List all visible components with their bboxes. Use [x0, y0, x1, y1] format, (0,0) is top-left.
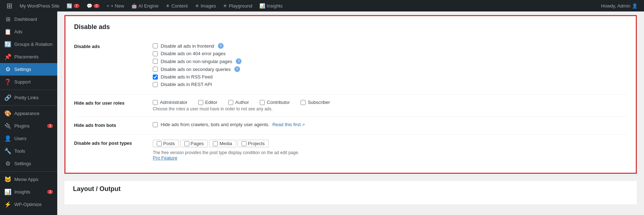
plugins-icon: 🔌 [4, 123, 11, 129]
divi-icon: ◆ [4, 214, 11, 215]
ai-engine-icon: 🤖 [131, 3, 137, 9]
sidebar-item-insights[interactable]: 📊 Insights 3 [0, 186, 57, 198]
site-name-item[interactable]: My WordPress Site [16, 0, 63, 11]
insights-topbar-label: Insights [267, 3, 283, 9]
howdy-text: Howdy, Admin [601, 3, 630, 9]
checkbox-disable-rss[interactable] [153, 75, 158, 80]
read-first-link[interactable]: Read this first↗ [272, 122, 304, 127]
checkbox-row-1: Disable all ads in frontend ? [153, 43, 627, 49]
post-types-row: Posts Pages Media [153, 140, 627, 147]
menu-separator-1 [0, 90, 57, 90]
wp-logo[interactable]: ⊞ [3, 1, 16, 10]
comments-count: 0 [94, 4, 99, 8]
checkbox-label-3: Disable ads on non-singular pages [161, 59, 232, 64]
checkbox-role-author[interactable] [228, 100, 233, 105]
sidebar-item-divi[interactable]: ◆ Divi [0, 211, 57, 215]
menu-separator-2 [0, 105, 57, 106]
settings2-icon: ⚙ [4, 160, 11, 167]
checkbox-label-1: Disable all ads in frontend [161, 43, 214, 49]
updates-item[interactable]: 🔄 7 [63, 0, 83, 11]
role-label-author: Author [235, 100, 249, 105]
checkbox-row-5: Disable ads in RSS Feed [153, 74, 627, 80]
post-type-label-projects: Projects [248, 141, 265, 146]
new-item[interactable]: + + New [103, 0, 128, 11]
sidebar-item-settings[interactable]: ⚙ Settings [0, 63, 57, 76]
sidebar-item-groups-rotation[interactable]: 🔄 Groups & Rotation [0, 38, 57, 51]
post-type-posts: Posts [153, 140, 179, 147]
roles-row: Administrator Editor Author [153, 100, 627, 105]
sidebar-item-tools[interactable]: 🔧 Tools [0, 145, 57, 157]
checkbox-post-type-pages[interactable] [184, 141, 189, 146]
placements-icon: 📌 [4, 53, 11, 60]
admin-menu: ⊞ Dashboard 📋 Ads 🔄 Groups & Rotation 📌 … [0, 11, 57, 215]
checkbox-hide-bots[interactable] [153, 122, 158, 127]
checkbox-row-4: Disable ads on secondary queries ? [153, 66, 627, 72]
sidebar-item-label-appearance: Appearance [14, 111, 39, 116]
pro-feature-link[interactable]: Pro Feature [153, 155, 177, 161]
content-item[interactable]: ☀ Content [162, 0, 191, 11]
sidebar-item-wp-optimize[interactable]: ⚡ WP-Optimize [0, 198, 57, 211]
post-type-pages: Pages [180, 140, 208, 147]
checkbox-disable-rest[interactable] [153, 82, 158, 87]
content-icon: ☀ [166, 3, 170, 9]
help-icon-4[interactable]: ? [234, 66, 240, 72]
read-first-text: Read this first [272, 122, 301, 127]
main-content: Disable ads Disable ads Disable all ads … [57, 11, 644, 215]
support-icon: ❓ [4, 78, 11, 85]
sidebar-item-placements[interactable]: 📌 Placements [0, 51, 57, 63]
checkbox-label-5: Disable ads in RSS Feed [161, 74, 213, 80]
checkbox-role-contributor[interactable] [260, 100, 265, 105]
role-editor: Editor [198, 100, 218, 105]
post-type-label-pages: Pages [191, 141, 204, 146]
checkbox-disable-404[interactable] [153, 51, 158, 56]
hide-bots-label: Hide ads from bots [74, 122, 153, 128]
checkbox-disable-non-singular[interactable] [153, 59, 158, 64]
new-label: + New [111, 3, 124, 9]
role-label-contributor: Contributor [267, 100, 290, 105]
post-types-control: Posts Pages Media [153, 140, 627, 161]
howdy-item[interactable]: Howdy, Admin 👤 [597, 0, 641, 11]
external-link-icon: ↗ [302, 123, 305, 127]
checkbox-role-subscriber[interactable] [301, 100, 306, 105]
checkbox-post-type-posts[interactable] [157, 141, 162, 146]
sidebar-item-label-dashboard: Dashboard [14, 16, 37, 22]
help-icon-1[interactable]: ? [218, 43, 224, 49]
sidebar-item-label-users: Users [14, 136, 26, 141]
sidebar-item-support[interactable]: ❓ Support [0, 76, 57, 88]
ai-engine-label: AI Engine [138, 3, 158, 9]
sidebar-item-users[interactable]: 👤 Users [0, 132, 57, 145]
content-label: Content [171, 3, 188, 9]
post-types-description: The free version provides the post type … [153, 150, 627, 155]
sidebar-item-ads[interactable]: 📋 Ads [0, 25, 57, 38]
sidebar-item-dashboard[interactable]: ⊞ Dashboard [0, 13, 57, 25]
user-roles-control: Administrator Editor Author [153, 100, 627, 111]
sidebar-item-settings2[interactable]: ⚙ Settings [0, 157, 57, 170]
layout-output-section: Layout / Output [64, 181, 637, 204]
checkbox-role-editor[interactable] [198, 100, 203, 105]
checkbox-disable-secondary[interactable] [153, 67, 158, 72]
hide-bots-row: Hide ads from bots Hide ads from crawler… [74, 117, 627, 135]
checkbox-row-6: Disable ads in REST API [153, 82, 627, 87]
sidebar-item-appearance[interactable]: 🎨 Appearance [0, 107, 57, 120]
post-type-label-media: Media [219, 141, 232, 146]
checkbox-post-type-media[interactable] [213, 141, 218, 146]
role-label-subscriber: Subscriber [308, 100, 330, 105]
insights-topbar-item[interactable]: 📊 Insights [256, 0, 286, 11]
checkbox-disable-all-frontend[interactable] [153, 43, 158, 48]
dashboard-icon: ⊞ [4, 16, 11, 23]
pretty-links-icon: 🔗 [4, 94, 11, 101]
help-icon-3[interactable]: ? [236, 58, 241, 64]
playground-item[interactable]: ☀ Playground [219, 0, 256, 11]
sidebar-item-plugins[interactable]: 🔌 Plugins 3 [0, 120, 57, 132]
sidebar-item-pretty-links[interactable]: 🔗 Pretty Links [0, 91, 57, 104]
images-item[interactable]: ☀ Images [191, 0, 220, 11]
pro-feature-text: Pro Feature [153, 155, 177, 161]
comments-item[interactable]: 💬 0 [83, 0, 103, 11]
sidebar-item-label-placements: Placements [14, 54, 39, 59]
checkbox-row-2: Disable ads on 404 error pages [153, 51, 627, 56]
images-label: Images [201, 3, 216, 9]
sidebar-item-meow-apps[interactable]: 🐱 Meow Apps [0, 173, 57, 186]
checkbox-role-administrator[interactable] [153, 100, 158, 105]
checkbox-post-type-projects[interactable] [241, 141, 247, 146]
ai-engine-item[interactable]: 🤖 AI Engine [128, 0, 162, 11]
